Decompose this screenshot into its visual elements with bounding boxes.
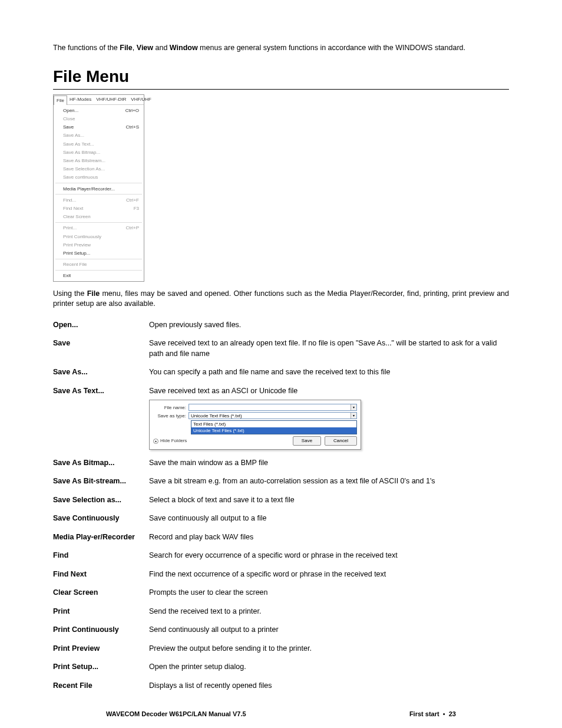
saveastype-field[interactable]: Unicode Text Files (*.txt)▾ [189, 412, 357, 419]
def-desc: Select a block of text and save it to a … [149, 495, 509, 506]
intro-text-mid1: , [133, 44, 137, 52]
def-row: Find NextFind the next occurrence of a s… [53, 569, 509, 580]
cancel-button[interactable]: Cancel [325, 436, 357, 445]
def-term: Print Preview [53, 644, 149, 654]
intro-bold-file: File [120, 44, 133, 52]
menu-item-label: Find... [63, 197, 76, 203]
menu-item[interactable]: Print Setup... [54, 249, 144, 257]
menu-item[interactable]: Open...Ctrl+O [54, 106, 144, 114]
menu-item-shortcut: Ctrl+F [126, 197, 139, 203]
menu-separator [55, 222, 142, 223]
def-term: Print [53, 607, 149, 617]
def-row: SaveSave received text to an already ope… [53, 338, 509, 359]
definition-table: Open...Open previously saved files.SaveS… [53, 320, 509, 699]
def-term: Print Continuously [53, 625, 149, 635]
menu-item[interactable]: Save continuous [54, 173, 144, 182]
menu-item-label: Save [63, 124, 74, 130]
menu-item-label: Print Continuously [63, 233, 101, 240]
menu-item[interactable]: Save As Bitmap... [54, 148, 144, 156]
def-term: Find [53, 551, 149, 561]
def-row: Save ContinuouslySave continuously all o… [53, 513, 509, 524]
page-footer: WAVECOM Decoder W61PC/LAN Manual V7.5 Fi… [106, 710, 456, 719]
dropdown-option[interactable]: Text Files (*.txt) [191, 421, 356, 427]
def-row: Print ContinuouslySend continuously all … [53, 625, 509, 635]
def-row: Recent FileDisplays a list of recently o… [53, 681, 509, 691]
file-menu-description: Using the File menu, files may be saved … [53, 289, 509, 309]
intro-bold-view: View [137, 44, 153, 52]
menu-bar: File HF-Modes VHF/UHF-DIR VHF/UHF [54, 95, 144, 105]
def-term: Save As Bitmap... [53, 458, 149, 469]
def-desc: Save received text to an already open te… [149, 338, 509, 359]
def-row: FindSearch for every occurrence of a spe… [53, 551, 509, 561]
menu-item-label: Save As Text... [63, 141, 94, 147]
def-term: Find Next [53, 569, 149, 580]
def-term: Clear Screen [53, 588, 149, 598]
menu-separator [55, 194, 142, 195]
menu-separator [55, 183, 142, 183]
def-term: Save As... [53, 367, 149, 378]
footer-page: 23 [449, 710, 456, 717]
def-row: Save As Bit-stream...Save a bit stream e… [53, 476, 509, 487]
dropdown-option-selected[interactable]: Unicode Text Files (*.txt) [191, 427, 356, 434]
menu-item[interactable]: Save As Bitstream... [54, 157, 144, 165]
menu-item[interactable]: Media Player/Recorder... [54, 185, 144, 193]
def-desc: Find the next occurrence of a specific w… [149, 569, 509, 580]
save-button[interactable]: Save [293, 436, 321, 445]
def-term: Open... [53, 320, 149, 331]
file-menu-screenshot: File HF-Modes VHF/UHF-DIR VHF/UHF Open..… [53, 94, 144, 282]
def-desc: Prompts the user to clear the screen [149, 588, 509, 598]
menu-item[interactable]: Print Continuously [54, 232, 144, 241]
def-term: Media Play-er/Recorder [53, 532, 149, 543]
def-row: Save As...You can specify a path and fil… [53, 367, 509, 378]
menu-item[interactable]: Clear Screen [54, 213, 144, 221]
menu-item[interactable]: Save Selection As... [54, 165, 144, 173]
def-row: Media Play-er/RecorderRecord and play ba… [53, 532, 509, 543]
menu-separator [55, 270, 142, 271]
def-row: Save As Bitmap...Save the main window as… [53, 458, 509, 469]
section-heading: File Menu [53, 65, 509, 90]
menu-item-shortcut: Ctrl+S [126, 124, 139, 130]
menu-item[interactable]: Find NextF3 [54, 204, 144, 212]
menu-separator [55, 259, 142, 259]
def-desc: Open previously saved files. [149, 320, 509, 331]
menu-tab-vhfuhf[interactable]: VHF/UHF [128, 95, 154, 104]
menu-item-label: Exit [63, 272, 71, 279]
menu-item-label: Open... [63, 107, 78, 114]
dropdown-arrow-icon[interactable]: ▾ [351, 413, 356, 419]
hide-folders-toggle[interactable]: ▴Hide Folders [153, 437, 187, 444]
def-term: Save [53, 338, 149, 349]
para2-bold: File [87, 289, 100, 298]
menu-item[interactable]: Print...Ctrl+P [54, 224, 144, 232]
menu-item-label: Save As... [63, 132, 84, 139]
def-desc: Save a bit stream e.g. from an auto-corr… [149, 476, 509, 487]
filename-field[interactable]: ▾ [189, 404, 357, 411]
menu-item-label: Save As Bitmap... [63, 149, 100, 156]
menu-item[interactable]: Close [54, 115, 144, 123]
dropdown-arrow-icon[interactable]: ▾ [351, 404, 356, 410]
menu-item[interactable]: Find...Ctrl+F [54, 196, 144, 204]
menu-item[interactable]: Exit [54, 272, 144, 280]
menu-item-label: Print Preview [63, 242, 91, 248]
filename-label: File name: [153, 404, 189, 411]
menu-item[interactable]: Recent File [54, 261, 144, 269]
menu-item[interactable]: Save As... [54, 131, 144, 140]
footer-right: First start • 23 [409, 710, 456, 719]
menu-item[interactable]: Save As Text... [54, 140, 144, 148]
def-row: Save As Text...Save received text as an … [53, 386, 509, 450]
def-desc: Send the received text to a printer. [149, 607, 509, 617]
menu-items-container: Open...Ctrl+OCloseSaveCtrl+SSave As...Sa… [54, 105, 144, 281]
menu-item[interactable]: Print Preview [54, 241, 144, 249]
footer-bullet: • [443, 710, 445, 717]
saveastype-dropdown: Text Files (*.txt)Unicode Text Files (*.… [191, 420, 357, 434]
menu-item-label: Media Player/Recorder... [63, 186, 115, 192]
intro-text-mid2: and [153, 44, 170, 52]
menu-tab-vhfuhfdir[interactable]: VHF/UHF-DIR [94, 95, 128, 104]
menu-item[interactable]: SaveCtrl+S [54, 123, 144, 131]
def-term: Save Continuously [53, 513, 149, 524]
def-desc: Displays a list of recently opened files [149, 681, 509, 691]
def-row: Print PreviewPreview the output before s… [53, 644, 509, 654]
def-desc: Save received text as an ASCI or Unicode… [149, 386, 509, 450]
menu-tab-hfmodes[interactable]: HF-Modes [67, 95, 94, 104]
menu-item-shortcut: Ctrl+O [125, 107, 139, 114]
menu-tab-file[interactable]: File [54, 95, 67, 105]
